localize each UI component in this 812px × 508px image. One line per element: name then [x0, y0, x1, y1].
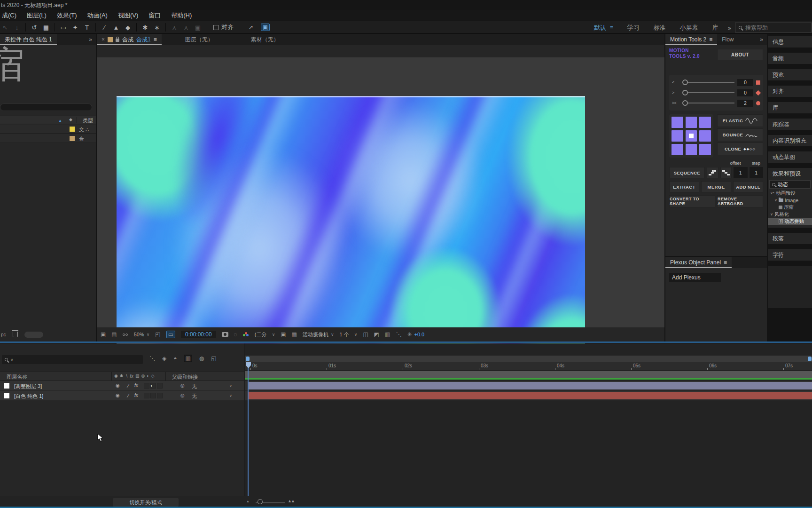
rotate-tool-icon[interactable]: ↺ [31, 24, 38, 31]
switch-cell[interactable] [150, 393, 156, 398]
slider-knob[interactable] [682, 90, 688, 95]
switch-header-icon[interactable]: ◉ [114, 373, 118, 379]
current-timecode[interactable]: 0:00:00:00 [181, 331, 216, 338]
ruler-tool-icon[interactable]: ↗ [248, 24, 254, 31]
project-columns-header[interactable]: ▲ ◆ 类型 [0, 116, 96, 124]
switch-header-icon[interactable]: ∖ [125, 373, 128, 379]
layer-duration-bar[interactable] [249, 382, 812, 389]
tab-motion-tools[interactable]: Motion Tools 2≡ [665, 34, 717, 45]
graph-editor-icon[interactable]: ◱ [211, 355, 216, 362]
camera-view-select[interactable]: 活动摄像机∨ [303, 331, 334, 338]
panel-divider-highlight[interactable] [0, 341, 812, 343]
effects-toggle-icon[interactable]: fx [134, 383, 138, 388]
menu-item[interactable]: 动画(A) [87, 11, 108, 20]
frame-blending-icon[interactable]: ▥ [184, 355, 192, 362]
anchor-grid-cell[interactable] [699, 117, 711, 128]
layer-color-swatch[interactable] [4, 383, 9, 389]
capture-frame-icon[interactable]: ▣ [261, 24, 270, 31]
resolution-select[interactable]: (二分_∨ [255, 331, 275, 338]
anchor-grid-cell[interactable] [671, 144, 683, 155]
playhead-line[interactable] [248, 368, 249, 496]
snapshot-icon[interactable] [222, 332, 228, 337]
rail-panel-tab[interactable]: 跟踪器 [768, 119, 812, 130]
menu-item[interactable]: 帮助(H) [171, 11, 192, 20]
panel-overflow-icon[interactable]: » [760, 36, 767, 43]
remove-artboard-button[interactable]: REMOVE ARTBOARD [717, 195, 763, 207]
workspace-tab[interactable]: 默认 [594, 24, 606, 32]
effects-toggle-icon[interactable]: fx [134, 393, 138, 398]
navigator-end-handle[interactable] [808, 357, 812, 361]
sort-arrow-icon[interactable]: ▲ [58, 119, 62, 123]
add-plexus-button[interactable]: Add Plexus [669, 273, 721, 282]
time-navigator[interactable] [245, 356, 812, 362]
monitor-icon[interactable]: ▤ [111, 331, 117, 338]
project-item-row[interactable]: 文 ∴ [0, 125, 96, 134]
comp-label-swatch[interactable] [108, 37, 113, 42]
anchor-grid-cell[interactable] [699, 144, 711, 155]
time-ruler[interactable]: 0s01s02s03s04s05s06s07s [245, 362, 812, 371]
layer-track[interactable] [245, 381, 812, 391]
flowchart-icon[interactable]: ⋱ [396, 331, 401, 338]
composition-canvas[interactable] [117, 96, 585, 349]
effects-tree-item[interactable]: ∨风格化 [768, 211, 812, 218]
zoom-out-mountain-icon[interactable]: ▲ [246, 500, 250, 503]
panel-overflow-icon[interactable]: » [89, 36, 96, 43]
toggle-switches-modes-button[interactable]: 切换开关/模式 [113, 498, 179, 507]
workspace-tab[interactable]: 学习 [627, 24, 640, 32]
quality-toggle-icon[interactable]: ∕ [128, 383, 129, 389]
effects-search-box[interactable] [769, 180, 811, 189]
anchor-grid-cell[interactable] [671, 130, 683, 142]
switch-header-icon[interactable]: ◐ [147, 373, 149, 379]
switch-cell[interactable] [144, 393, 149, 398]
label-color-swatch[interactable] [70, 127, 75, 132]
tab-plexus[interactable]: Plexus Object Panel≡ [665, 257, 732, 268]
stacked-windows-icon[interactable]: ▣ [101, 331, 106, 338]
parent-select[interactable]: 无 [192, 383, 197, 390]
mini-flowchart-icon[interactable]: ⋱ [149, 355, 155, 362]
tab-flow[interactable]: Flow [717, 34, 738, 45]
draft-3d-icon[interactable]: ◈ [162, 355, 166, 362]
rail-panel-tab[interactable]: 音频 [768, 53, 812, 64]
ease-value-field[interactable]: 2 [737, 100, 753, 107]
panel-menu-icon[interactable]: ≡ [724, 259, 727, 266]
pen-tool-icon[interactable]: ✦ [72, 24, 78, 31]
effects-search-input[interactable] [778, 182, 804, 187]
layer-row[interactable]: [白色 纯色 1]◉∕fx◎无∨ [0, 391, 244, 401]
merge-button[interactable]: MERGE [701, 181, 731, 192]
shy-toggle-icon[interactable]: ◉ [116, 393, 120, 398]
twirl-icon[interactable]: ∨* [770, 191, 774, 195]
quality-toggle-icon[interactable]: ∕ [128, 393, 129, 398]
brush-tool-icon[interactable]: ∕ [101, 24, 108, 31]
elastic-button[interactable]: ELASTIC [717, 114, 763, 127]
project-search-field[interactable] [0, 103, 92, 111]
type-tool-icon[interactable]: T [84, 24, 90, 31]
twirl-icon[interactable]: ∨ [770, 212, 773, 216]
slider-knob[interactable] [682, 100, 688, 106]
switch-header-icon[interactable]: ◎ [141, 373, 145, 379]
show-snapshot-icon[interactable]: ◌ [234, 331, 237, 338]
effects-tree-item[interactable]: ∨*动画预设 [768, 190, 812, 197]
rail-panel-tab[interactable]: 信息 [768, 36, 812, 48]
layer-track[interactable] [245, 391, 812, 401]
step-value-field[interactable]: 1 [750, 167, 763, 178]
puppet-pin-tool-icon[interactable]: ∗ [154, 24, 160, 31]
label-color-swatch[interactable] [70, 136, 75, 141]
parent-pickwhip-icon[interactable]: ◎ [180, 393, 185, 398]
view-count-select[interactable]: 1 个_∨ [340, 331, 358, 338]
slider-knob[interactable] [682, 79, 688, 85]
footer-pill-control[interactable] [24, 332, 43, 338]
ease-value-field[interactable]: 0 [737, 79, 753, 86]
effects-tree-item[interactable]: 8动态拼贴 [768, 218, 812, 225]
layer-name-header[interactable]: 图层名称 [7, 373, 27, 381]
ease-slider[interactable] [682, 90, 734, 95]
rail-panel-tab[interactable]: 对齐 [768, 86, 812, 97]
region-of-interest-icon[interactable]: ▭ [166, 331, 175, 338]
ease-value-field[interactable]: 0 [737, 89, 753, 96]
switch-cell[interactable] [157, 383, 163, 389]
anchor-grid-cell[interactable] [686, 130, 697, 142]
rail-panel-tab[interactable]: 预览 [768, 69, 812, 80]
parent-link-header[interactable]: 父级和链接 [172, 373, 198, 381]
channels-icon[interactable] [243, 332, 249, 337]
layer-color-swatch[interactable] [4, 393, 9, 398]
adjustment-layer-icon[interactable]: ◐ [150, 383, 153, 388]
